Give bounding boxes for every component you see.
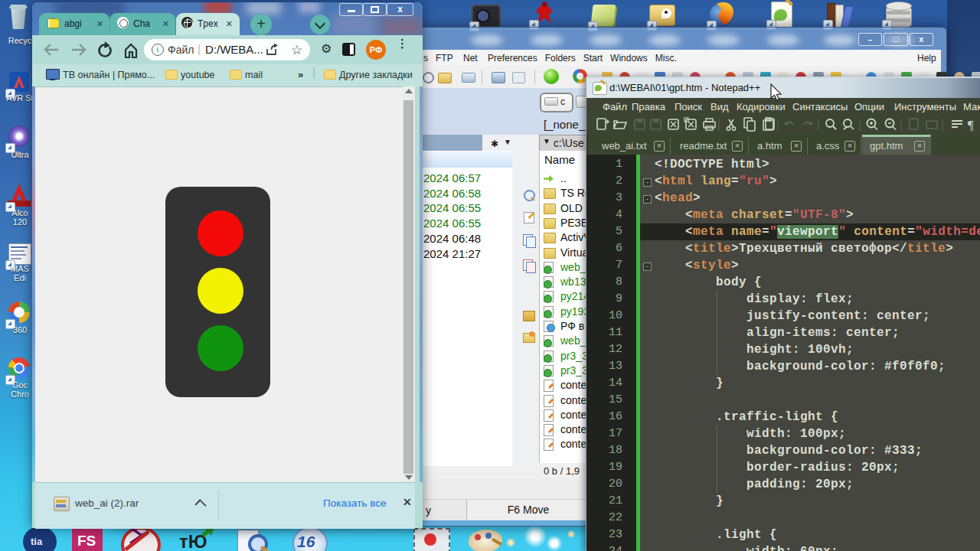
svg-text:¶: ¶ xyxy=(968,118,974,132)
